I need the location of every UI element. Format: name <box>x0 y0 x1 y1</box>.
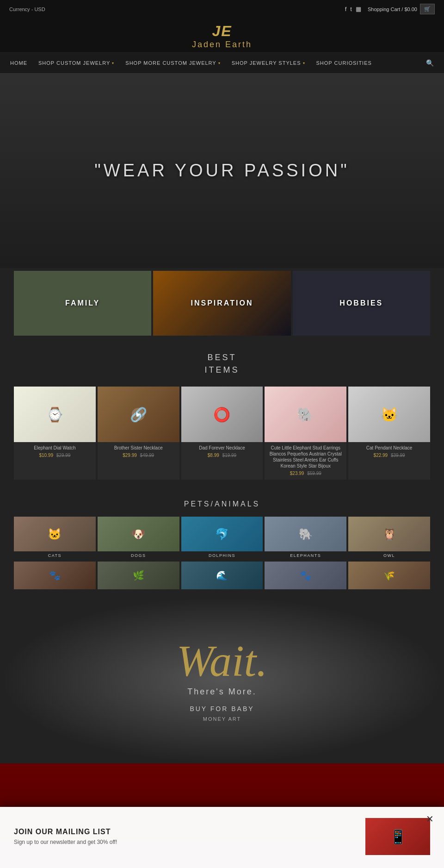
search-icon[interactable]: 🔍 <box>420 53 439 73</box>
pet-more-5[interactable]: 🌾 <box>348 562 430 589</box>
product-info-0: Elephant Dial Watch $10.99 $29.99 <box>14 442 96 462</box>
hero-banner: "WEAR YOUR PASSION" <box>0 74 444 268</box>
products-row: ⌚ Elephant Dial Watch $10.99 $29.99 🔗 ▶ … <box>0 384 444 489</box>
price-original-1: $49.99 <box>140 453 154 458</box>
nav-item-home[interactable]: HOME <box>5 54 33 72</box>
pet-more-4[interactable]: 🐾 <box>265 562 346 589</box>
pet-image-cats: 🐱 <box>14 517 96 551</box>
price-current-1: $29.99 <box>123 453 137 458</box>
pet-image-elephants: 🐘 <box>265 517 346 551</box>
nav-item-curiosities[interactable]: SHOP CURIOSITIES <box>311 54 377 72</box>
product-card-1[interactable]: 🔗 ▶ Brother Sister Necklace $29.99 $49.9… <box>98 387 179 480</box>
buy-for-baby-label[interactable]: BUY FOR BABY <box>190 705 254 712</box>
pet-label-elephants: ELEPHANTS <box>265 551 346 559</box>
product-image-1: 🔗 ▶ <box>98 387 179 442</box>
pet-more-1[interactable]: 🐾 <box>14 562 96 589</box>
social-icons: f t ▦ <box>345 6 361 12</box>
product-card-4[interactable]: 🐱 Cat Pendant Necklace $22.99 $39.99 <box>348 387 430 480</box>
product-card-2[interactable]: ⭕ Dad Forever Necklace $8.99 $19.99 <box>181 387 263 480</box>
money-art-label[interactable]: MONEY ART <box>203 716 241 722</box>
product-name-0: Elephant Dial Watch <box>17 445 93 451</box>
logo-name: Jaden Earth <box>192 40 252 50</box>
category-card-family[interactable]: FAMILY <box>14 271 151 336</box>
chevron-icon: ▾ <box>218 61 221 65</box>
newsletter-title: JOIN OUR MAILING LIST <box>14 828 356 836</box>
category-label-inspiration: INSPIRATION <box>191 299 253 307</box>
logo-initials: JE <box>192 23 252 40</box>
pets-title: PETS/ANIMALS <box>0 500 444 508</box>
price-current-3: $23.99 <box>290 471 304 476</box>
pets-grid-row2: 🐾 🌿 🌊 🐾 🌾 <box>0 561 444 592</box>
pet-label-cats: CATS <box>14 551 96 559</box>
category-label-family: FAMILY <box>65 299 100 307</box>
product-price-4: $22.99 $39.99 <box>351 453 427 458</box>
pets-grid: 🐱 CATS 🐶 DOGS 🐬 DOLPHINS 🐘 ELEPHANTS 🦉 O… <box>0 515 444 561</box>
wait-more-text: There's More. <box>187 687 256 697</box>
wait-text: Wait. <box>177 639 268 683</box>
product-price-2: $8.99 $19.99 <box>184 453 260 458</box>
pet-image-dogs: 🐶 <box>98 517 179 551</box>
pet-card-owl[interactable]: 🦉 OWL <box>348 517 430 559</box>
pets-header: PETS/ANIMALS <box>0 489 444 515</box>
best-items-header: BESTITEMS <box>0 338 444 384</box>
product-name-2: Dad Forever Necklace <box>184 445 260 451</box>
pet-label-dolphins: DOLPHINS <box>181 551 263 559</box>
pet-card-elephants[interactable]: 🐘 ELEPHANTS <box>265 517 346 559</box>
product-name-3: Cute Little Elephant Stud Earrings Blanc… <box>267 445 344 469</box>
hero-content: "WEAR YOUR PASSION" <box>94 159 349 182</box>
twitter-icon[interactable]: t <box>350 6 352 12</box>
price-original-0: $29.99 <box>56 453 71 458</box>
chevron-icon: ▾ <box>303 61 305 65</box>
nav-bar: HOME SHOP CUSTOM JEWELRY ▾ SHOP MORE CUS… <box>0 53 444 74</box>
product-info-2: Dad Forever Necklace $8.99 $19.99 <box>181 442 263 462</box>
nav-item-shop-more[interactable]: SHOP MORE CUSTOM JEWELRY ▾ <box>120 54 226 72</box>
pet-card-dogs[interactable]: 🐶 DOGS <box>98 517 179 559</box>
newsletter-close-button[interactable]: ✕ <box>422 812 438 826</box>
cart-icon: 🛒 <box>420 4 435 14</box>
cart-area[interactable]: Shopping Cart / $0.00 🛒 <box>368 4 435 14</box>
top-bar-right: f t ▦ Shopping Cart / $0.00 🛒 <box>345 4 435 14</box>
best-items-title: BESTITEMS <box>0 351 444 376</box>
logo[interactable]: JE Jaden Earth <box>192 23 252 50</box>
pet-card-cats[interactable]: 🐱 CATS <box>14 517 96 559</box>
cart-label: Shopping Cart / $0.00 <box>368 6 417 12</box>
product-info-1: Brother Sister Necklace $29.99 $49.99 <box>98 442 179 462</box>
product-image-0: ⌚ <box>14 387 96 442</box>
pet-card-dolphins[interactable]: 🐬 DOLPHINS <box>181 517 263 559</box>
hobbies-bg: HOBBIES <box>293 271 430 336</box>
product-image-2: ⭕ <box>181 387 263 442</box>
currency-label: Currency - USD <box>9 6 45 12</box>
category-card-inspiration[interactable]: INSPIRATION <box>153 271 290 336</box>
family-bg: FAMILY <box>14 271 151 336</box>
price-current-2: $8.99 <box>208 453 219 458</box>
instagram-icon[interactable]: ▦ <box>356 6 361 12</box>
product-info-4: Cat Pendant Necklace $22.99 $39.99 <box>348 442 430 462</box>
wait-section: Wait. There's More. BUY FOR BABY MONEY A… <box>0 597 444 763</box>
top-bar: Currency - USD f t ▦ Shopping Cart / $0.… <box>0 0 444 18</box>
product-price-0: $10.99 $29.99 <box>17 453 93 458</box>
category-card-hobbies[interactable]: HOBBIES <box>293 271 430 336</box>
product-info-3: Cute Little Elephant Stud Earrings Blanc… <box>265 442 346 480</box>
nav-item-shop-custom[interactable]: SHOP CUSTOM JEWELRY ▾ <box>33 54 120 72</box>
price-original-4: $39.99 <box>391 453 405 458</box>
product-price-3: $23.99 $59.99 <box>267 471 344 476</box>
product-name-4: Cat Pendant Necklace <box>351 445 427 451</box>
product-card-3[interactable]: 🐘 Cute Little Elephant Stud Earrings Bla… <box>265 387 346 480</box>
product-name-1: Brother Sister Necklace <box>100 445 177 451</box>
product-image-3: 🐘 <box>265 387 346 442</box>
nav-item-jewelry-styles[interactable]: SHOP JEWELRY STYLES ▾ <box>226 54 311 72</box>
price-original-2: $19.99 <box>222 453 237 458</box>
price-original-3: $59.99 <box>307 471 321 476</box>
newsletter-popup: JOIN OUR MAILING LIST Sign up to our new… <box>0 807 444 868</box>
product-image-4: 🐱 <box>348 387 430 442</box>
currency-area: Currency - USD <box>9 6 45 12</box>
facebook-icon[interactable]: f <box>345 6 347 12</box>
pet-more-3[interactable]: 🌊 <box>181 562 263 589</box>
play-icon: ▶ <box>132 408 145 421</box>
inspiration-bg: INSPIRATION <box>153 271 290 336</box>
product-card-0[interactable]: ⌚ Elephant Dial Watch $10.99 $29.99 <box>14 387 96 480</box>
newsletter-content: JOIN OUR MAILING LIST Sign up to our new… <box>14 828 356 845</box>
pet-more-2[interactable]: 🌿 <box>98 562 179 589</box>
chevron-icon: ▾ <box>112 61 114 65</box>
pet-label-owl: OWL <box>348 551 430 559</box>
